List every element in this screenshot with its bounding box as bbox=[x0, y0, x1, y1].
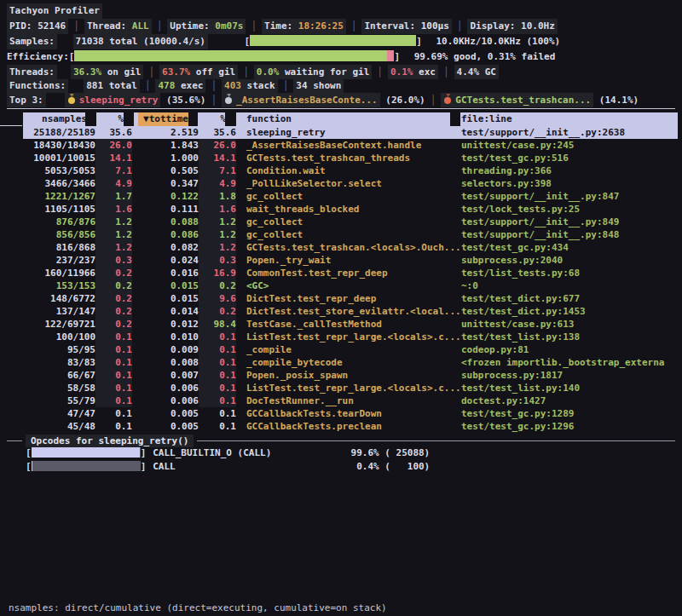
samples-bar-fill bbox=[250, 35, 416, 46]
cell-tottime: 0.082 bbox=[132, 241, 199, 254]
sort-indicator-tottime[interactable]: ▼tottime bbox=[138, 112, 194, 126]
cell-pct-cumulative: 7.1 bbox=[199, 164, 236, 177]
cell-function: TestCase._callTestMethod bbox=[236, 318, 461, 331]
samples-row: Samples: 71038 total (10000.4/s) [] 10.0… bbox=[0, 34, 682, 49]
status-time: Time: 18:26:25 bbox=[262, 19, 346, 34]
cell-function: DictTest.test_store_evilattr.<local... bbox=[236, 305, 461, 318]
segment-value: 0.1% bbox=[390, 66, 413, 78]
table-row[interactable]: 10001/1001514.11.00014.1GCTests.test_tra… bbox=[23, 152, 678, 164]
cell-file-line: selectors.py:398 bbox=[461, 177, 678, 190]
table-row[interactable]: 58/580.10.0060.1ListTest.test_repr_large… bbox=[23, 382, 678, 394]
cell-pct-cumulative: 0.1 bbox=[199, 356, 236, 369]
cell-nsamples: 18430/18430 bbox=[23, 139, 95, 152]
cell-pct-direct: 0.1 bbox=[95, 343, 132, 356]
status-bar: PID: 52146│Thread: ALL│Uptime: 0m07s│Tim… bbox=[0, 19, 682, 34]
cell-tottime: 0.009 bbox=[132, 343, 199, 356]
cell-file-line: test/test_list.py:138 bbox=[461, 331, 678, 343]
table-row[interactable]: 18430/1843026.01.84326.0_AssertRaisesBas… bbox=[23, 139, 678, 152]
cell-function: DocTestRunner.__run bbox=[236, 394, 461, 407]
status-label: Interval: bbox=[364, 20, 420, 32]
table-row[interactable]: 5053/50537.10.5057.1Condition.waitthread… bbox=[23, 164, 678, 177]
footer-legend: nsamples: direct/cumulative (direct=exec… bbox=[9, 600, 387, 616]
cell-pct-direct: 1.6 bbox=[95, 203, 132, 216]
cell-tottime: 0.006 bbox=[132, 394, 199, 407]
opcode-bar-fill bbox=[32, 461, 32, 471]
column-header-function[interactable]: function bbox=[236, 112, 461, 126]
selected-row-arrow-icon: ▶ bbox=[11, 126, 15, 139]
table-row[interactable]: 153/1530.20.0150.2<GC>~:0 bbox=[23, 279, 678, 292]
opcodes-header: Opcodes for sleeping_retry() bbox=[7, 435, 675, 446]
cell-pct-direct: 26.0 bbox=[95, 139, 132, 152]
cell-nsamples: 160/11966 bbox=[23, 267, 95, 279]
efficiency-label: Efficiency: bbox=[7, 51, 69, 62]
top3-function-name: _AssertRaisesBaseConte... bbox=[236, 95, 378, 106]
table-row[interactable]: 856/8561.20.0861.2gc_collecttest/support… bbox=[23, 228, 678, 241]
segment-gc: 4.4% GC bbox=[454, 65, 499, 79]
cell-pct-cumulative: 0.1 bbox=[199, 369, 236, 382]
segment-unit: total bbox=[103, 80, 137, 91]
top3-entry-2: _AssertRaisesBaseConte... bbox=[222, 93, 380, 107]
bar-close-bracket: ] bbox=[416, 36, 422, 47]
samples-total: 71038 total (10000.4/s) bbox=[73, 34, 208, 49]
table-row[interactable]: ▶25188/2518935.62.51935.6sleeping_retryt… bbox=[23, 126, 678, 139]
segment-value: 0.0% bbox=[257, 66, 280, 78]
cell-tottime: 0.008 bbox=[132, 356, 199, 369]
table-row[interactable]: 876/8761.20.0881.2gc_collecttest/support… bbox=[23, 216, 678, 228]
cell-tottime: 0.111 bbox=[132, 203, 199, 216]
column-header-file-line[interactable]: file:line bbox=[461, 112, 678, 126]
table-row[interactable]: 1221/12671.70.1221.8gc_collecttest/suppo… bbox=[23, 190, 678, 203]
top3-function-name: GCTests.test_trashcan... bbox=[455, 95, 591, 106]
bar-close-bracket: ] bbox=[141, 447, 147, 458]
table-row[interactable]: 100/1000.10.0100.1ListTest.test_repr_lar… bbox=[23, 331, 678, 343]
cell-file-line: subprocess.py:2040 bbox=[461, 254, 678, 267]
table-row[interactable]: 66/670.10.0070.1Popen._posix_spawnsubpro… bbox=[23, 369, 678, 382]
table-row[interactable]: 55/790.10.0060.1DocTestRunner.__rundocte… bbox=[23, 394, 678, 407]
segment-total: 881 total bbox=[84, 79, 140, 93]
functions-label: Functions: bbox=[7, 79, 68, 93]
table-row[interactable]: 160/119660.20.01616.9CommonTest.test_rep… bbox=[23, 267, 678, 279]
cell-pct-cumulative: 26.0 bbox=[199, 139, 236, 152]
status-label: Thread: bbox=[87, 20, 132, 32]
cell-function: Popen._posix_spawn bbox=[236, 369, 461, 382]
top3-entry-3: GCTests.test_trashcan... bbox=[441, 93, 593, 107]
opcode-bar-track bbox=[32, 461, 141, 471]
cell-pct-cumulative: 14.1 bbox=[199, 152, 236, 164]
cell-pct-direct: 0.1 bbox=[95, 331, 132, 343]
cell-pct-direct: 7.1 bbox=[95, 164, 132, 177]
cell-pct-direct: 0.1 bbox=[95, 382, 132, 394]
table-row[interactable]: 95/950.10.0090.1_compilecodeop.py:81 bbox=[23, 343, 678, 356]
column-gap bbox=[188, 112, 198, 126]
cell-tottime: 0.006 bbox=[132, 382, 199, 394]
top3-entry-1: sleeping_retry bbox=[65, 93, 161, 107]
table-row[interactable]: 3466/34664.90.3474.9_PollLikeSelector.se… bbox=[23, 177, 678, 190]
cell-function: GCCallbackTests.tearDown bbox=[236, 407, 461, 420]
table-row[interactable]: 148/67720.20.0159.6DictTest.test_repr_de… bbox=[23, 292, 678, 305]
cell-file-line: test/test_gc.py:1289 bbox=[461, 407, 678, 420]
table-row[interactable]: 816/8681.20.0821.2GCTests.test_trashcan.… bbox=[23, 241, 678, 254]
segment-unit: off gil bbox=[190, 66, 235, 78]
cell-pct-direct: 1.2 bbox=[95, 241, 132, 254]
cell-file-line: unittest/case.py:613 bbox=[461, 318, 678, 331]
column-gap bbox=[124, 112, 134, 126]
cell-file-line: test/support/__init__.py:847 bbox=[461, 190, 678, 203]
efficiency-good-fill bbox=[74, 50, 387, 61]
table-row[interactable]: 1105/11051.60.1111.6wait_threads_blocked… bbox=[23, 203, 678, 216]
cell-tottime: 0.024 bbox=[132, 254, 199, 267]
cell-pct-cumulative: 1.2 bbox=[199, 241, 236, 254]
cell-tottime: 2.519 bbox=[132, 126, 199, 139]
table-row[interactable]: 45/480.10.0050.1GCCallbackTests.preclean… bbox=[23, 420, 678, 433]
cell-function: wait_threads_blocked bbox=[236, 203, 461, 216]
cell-pct-direct: 0.2 bbox=[95, 267, 132, 279]
cell-tottime: 0.505 bbox=[132, 164, 199, 177]
cell-pct-direct: 0.1 bbox=[95, 369, 132, 382]
cell-function: sleeping_retry bbox=[236, 126, 461, 139]
table-row[interactable]: 237/2370.30.0240.3Popen._try_waitsubproc… bbox=[23, 254, 678, 267]
table-row[interactable]: 83/830.10.0080.1_compile_bytecode<frozen… bbox=[23, 356, 678, 369]
table-row[interactable]: 47/470.10.0050.1GCCallbackTests.tearDown… bbox=[23, 407, 678, 420]
cell-file-line: test/test_list.py:140 bbox=[461, 382, 678, 394]
table-row[interactable]: 137/1470.20.0140.2DictTest.test_store_ev… bbox=[23, 305, 678, 318]
opcode-percent: 99.6% ( 25088) bbox=[349, 446, 430, 460]
cell-nsamples: 122/69721 bbox=[23, 318, 95, 331]
table-row[interactable]: 122/697210.20.01298.4TestCase._callTestM… bbox=[23, 318, 678, 331]
cell-pct-cumulative: 1.8 bbox=[199, 190, 236, 203]
